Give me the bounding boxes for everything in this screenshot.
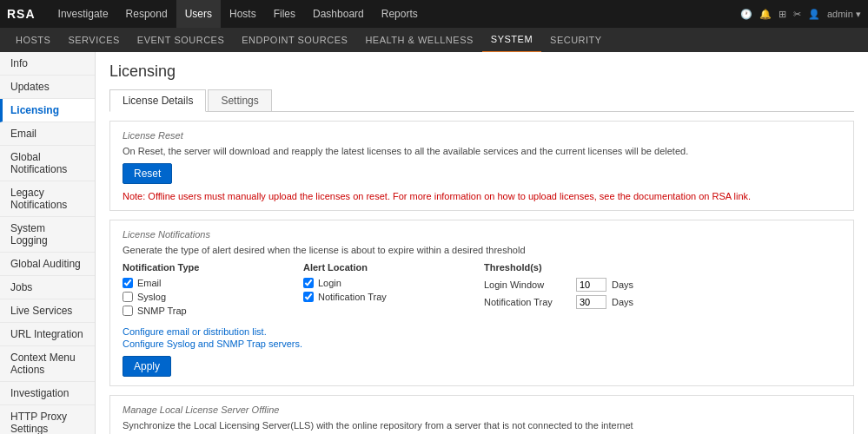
thresholds-header: Threshold(s) (484, 262, 841, 273)
threshold-tray-label: Notification Tray (484, 297, 571, 307)
license-notifications-title: License Notifications (123, 229, 841, 240)
checkbox-snmp: SNMP Trap (123, 306, 296, 316)
manage-offline-title: Manage Local License Server Offline (123, 404, 841, 415)
nav-files[interactable]: Files (265, 0, 304, 28)
login-label: Login (318, 278, 341, 288)
sidebar-item-updates[interactable]: Updates (0, 76, 95, 99)
threshold-tray-input[interactable] (576, 295, 606, 309)
thresholds-col: Threshold(s) Login Window Days Notificat… (484, 262, 841, 319)
license-reset-section: License Reset On Reset, the server will … (109, 121, 854, 211)
sidebar-item-info[interactable]: Info (0, 52, 95, 76)
grid-icon[interactable]: ⊞ (779, 9, 786, 20)
threshold-login-label: Login Window (484, 279, 571, 290)
checkbox-email: Email (123, 278, 296, 288)
sidebar-item-http-proxy[interactable]: HTTP Proxy Settings (0, 405, 95, 434)
threshold-login-window: Login Window Days (484, 278, 841, 292)
top-nav-links: Investigate Respond Users Hosts Files Da… (50, 0, 740, 28)
threshold-notification-tray: Notification Tray Days (484, 295, 841, 309)
license-notifications-section: License Notifications Generate the type … (109, 220, 854, 386)
notification-type-header: Notification Type (123, 262, 296, 273)
checkbox-syslog: Syslog (123, 292, 296, 302)
email-label: Email (137, 278, 162, 288)
admin-label[interactable]: admin ▾ (827, 9, 861, 20)
threshold-login-unit: Days (612, 279, 633, 290)
checkbox-notification-tray: Notification Tray (303, 292, 477, 302)
syslog-checkbox[interactable] (123, 292, 133, 302)
license-reset-desc: On Reset, the server will download and r… (123, 146, 841, 156)
nav-respond[interactable]: Respond (117, 0, 176, 28)
license-reset-title: License Reset (123, 130, 841, 141)
license-reset-note: Note: Offline users must manually upload… (123, 191, 841, 201)
main-layout: Info Updates Licensing Email Global Noti… (0, 52, 868, 434)
checkbox-login: Login (303, 278, 477, 288)
manage-offline-desc: Synchronize the Local Licensing Server(L… (123, 420, 841, 431)
page-title: Licensing (109, 62, 854, 81)
sidebar-item-investigation[interactable]: Investigation (0, 382, 95, 405)
notifications-grid: Notification Type Email Syslog SNMP Trap (123, 262, 841, 319)
scissors-icon[interactable]: ✂ (793, 9, 801, 20)
nav-investigate[interactable]: Investigate (50, 0, 117, 28)
nav-event-sources[interactable]: EVENT SOURCES (129, 28, 233, 52)
snmp-checkbox[interactable] (123, 306, 133, 316)
email-checkbox[interactable] (123, 278, 133, 288)
nav-dashboard[interactable]: Dashboard (304, 0, 373, 28)
nav-system[interactable]: SYSTEM (482, 27, 541, 53)
sidebar-item-live-services[interactable]: Live Services (0, 299, 95, 323)
nav-users[interactable]: Users (176, 0, 221, 28)
user-icon[interactable]: 👤 (808, 9, 820, 20)
threshold-tray-unit: Days (612, 297, 633, 307)
config-links: Configure email or distribution list. Co… (123, 326, 841, 349)
top-navigation: RSA Investigate Respond Users Hosts File… (0, 0, 868, 28)
nav-security[interactable]: SECURITY (541, 28, 611, 52)
sidebar-item-licensing[interactable]: Licensing (0, 99, 95, 122)
sidebar-item-system-logging[interactable]: System Logging (0, 217, 95, 253)
tab-license-details[interactable]: License Details (109, 89, 206, 112)
sidebar-item-email[interactable]: Email (0, 122, 95, 146)
nav-endpoint-sources[interactable]: ENDPOINT SOURCES (233, 28, 356, 52)
sidebar-item-legacy-notifications[interactable]: Legacy Notifications (0, 181, 95, 217)
sidebar-item-jobs[interactable]: Jobs (0, 276, 95, 299)
sidebar-item-global-auditing[interactable]: Global Auditing (0, 253, 95, 276)
tab-settings[interactable]: Settings (208, 89, 271, 111)
bell-icon[interactable]: 🔔 (759, 9, 772, 20)
snmp-label: SNMP Trap (137, 306, 187, 316)
sidebar-item-url-integration[interactable]: URL Integration (0, 323, 95, 346)
clock-icon[interactable]: 🕐 (740, 9, 752, 20)
tabs: License Details Settings (109, 89, 854, 112)
nav-health-wellness[interactable]: HEALTH & WELLNESS (356, 28, 481, 52)
sidebar-item-global-notifications[interactable]: Global Notifications (0, 146, 95, 181)
syslog-label: Syslog (137, 292, 166, 302)
alert-location-col: Alert Location Login Notification Tray (303, 262, 477, 319)
manage-offline-section: Manage Local License Server Offline Sync… (109, 395, 854, 434)
login-checkbox[interactable] (303, 278, 314, 288)
nav-hosts-second[interactable]: HOSTS (7, 28, 59, 52)
apply-button[interactable]: Apply (123, 356, 171, 377)
top-nav-right: 🕐 🔔 ⊞ ✂ 👤 admin ▾ (740, 9, 861, 20)
notification-type-col: Notification Type Email Syslog SNMP Trap (123, 262, 296, 319)
config-email-link[interactable]: Configure email or distribution list. (123, 326, 841, 337)
license-notifications-desc: Generate the type of alert desired when … (123, 245, 841, 255)
sidebar: Info Updates Licensing Email Global Noti… (0, 52, 96, 434)
notification-tray-checkbox[interactable] (303, 292, 314, 302)
reset-button[interactable]: Reset (123, 163, 172, 184)
sidebar-item-context-menu[interactable]: Context Menu Actions (0, 346, 95, 382)
nav-hosts[interactable]: Hosts (221, 0, 265, 28)
second-navigation: HOSTS SERVICES EVENT SOURCES ENDPOINT SO… (0, 28, 868, 52)
nav-services-second[interactable]: SERVICES (59, 28, 128, 52)
notification-tray-label: Notification Tray (318, 292, 387, 302)
config-syslog-link[interactable]: Configure Syslog and SNMP Trap servers. (123, 339, 841, 349)
rsa-logo: RSA (7, 7, 36, 21)
main-content: Licensing License Details Settings Licen… (96, 52, 868, 434)
alert-location-header: Alert Location (303, 262, 477, 273)
threshold-login-input[interactable] (576, 278, 606, 292)
nav-reports[interactable]: Reports (373, 0, 427, 28)
